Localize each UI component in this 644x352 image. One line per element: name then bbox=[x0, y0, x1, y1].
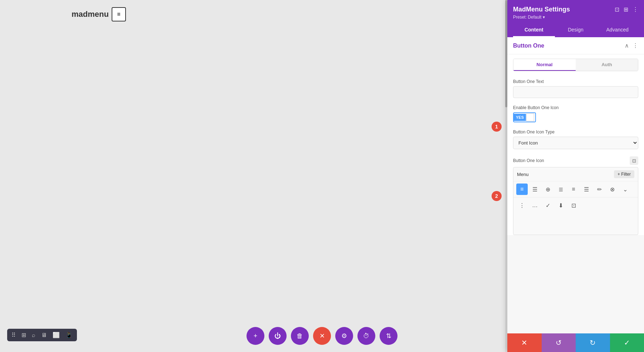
icon-cell-check[interactable]: ✓ bbox=[542, 200, 553, 211]
icon-cell-menu[interactable]: ≡ bbox=[516, 184, 528, 195]
icon-cell-dots-h[interactable]: … bbox=[529, 200, 541, 211]
cancel-icon: ✕ bbox=[521, 338, 527, 347]
icon-type-label: Button One Icon Type bbox=[513, 129, 638, 135]
icon-picker-label: Button One Icon bbox=[513, 158, 544, 163]
search-icon[interactable]: ⌕ bbox=[32, 332, 35, 338]
section-title: Button One bbox=[513, 43, 544, 49]
icon-grid-row-1: ≡ ☰ ⊕ ≣ ≡ ☰ ✏ ⊗ ⌄ bbox=[513, 181, 638, 197]
trash-button[interactable]: 🗑 bbox=[291, 327, 309, 345]
icon-cell-menu2[interactable]: ☰ bbox=[581, 184, 592, 195]
collapse-icon[interactable]: ∧ bbox=[625, 42, 629, 49]
icon-picker-header: Button One Icon ⊡ bbox=[507, 153, 644, 167]
tab-design[interactable]: Design bbox=[555, 23, 597, 37]
footer-undo-button[interactable]: ↺ bbox=[542, 333, 576, 352]
footer-redo-button[interactable]: ↻ bbox=[576, 333, 610, 352]
panel-header-top: MadMenu Settings ⊡ ⊞ ⋮ bbox=[513, 6, 638, 13]
icon-grid-row-2: ⋮ … ✓ ⬇ ⊡ bbox=[513, 197, 638, 213]
redo-icon: ↻ bbox=[590, 338, 596, 347]
undo-icon: ↺ bbox=[556, 338, 562, 347]
inner-tab-normal[interactable]: Normal bbox=[513, 59, 576, 71]
button-text-input[interactable] bbox=[513, 86, 638, 98]
more-icon[interactable]: ⋮ bbox=[633, 6, 638, 13]
history-button[interactable]: ⏱ bbox=[357, 327, 375, 345]
logo-text: madmenu bbox=[72, 10, 109, 19]
fullscreen-icon[interactable]: ⊡ bbox=[615, 6, 619, 13]
section-more-icon[interactable]: ⋮ bbox=[633, 42, 638, 49]
icon-cell-dots-v[interactable]: ⋮ bbox=[516, 200, 528, 211]
icon-cell-list[interactable]: ☰ bbox=[529, 184, 541, 195]
section-header-right: ∧ ⋮ bbox=[625, 42, 638, 49]
grid-icon[interactable]: ⊞ bbox=[21, 332, 26, 338]
toggle-switch[interactable]: YES bbox=[513, 112, 536, 122]
panel-header-icons: ⊡ ⊞ ⋮ bbox=[615, 6, 638, 13]
button-text-field: Button One Text bbox=[507, 75, 644, 102]
icon-cell-edit[interactable]: ✏ bbox=[594, 184, 605, 195]
step-badge-1: 1 bbox=[492, 122, 502, 132]
icon-cell-download[interactable]: ⬇ bbox=[555, 200, 566, 211]
footer-save-button[interactable]: ✓ bbox=[610, 333, 644, 352]
sliders-button[interactable]: ⇅ bbox=[380, 327, 397, 345]
panel-title: MadMenu Settings bbox=[513, 6, 570, 13]
mobile-icon[interactable]: 📱 bbox=[65, 332, 73, 338]
enable-icon-label: Enable Button One Icon bbox=[513, 105, 638, 110]
button-text-label: Button One Text bbox=[513, 79, 638, 84]
icon-cell-plus-circle[interactable]: ⊕ bbox=[542, 184, 553, 195]
panel-body: Button One ∧ ⋮ Normal Auth Button One Te… bbox=[507, 37, 644, 333]
panel-header: MadMenu Settings ⊡ ⊞ ⋮ Preset: Default ▾… bbox=[507, 0, 644, 37]
desktop-icon[interactable]: 🖥 bbox=[41, 332, 47, 338]
toggle-row: YES bbox=[513, 112, 638, 122]
section-header: Button One ∧ ⋮ bbox=[507, 37, 644, 54]
panel-preset[interactable]: Preset: Default ▾ bbox=[513, 15, 638, 20]
toggle-yes-label: YES bbox=[514, 114, 526, 121]
icon-cell-chevron-down[interactable]: ⌄ bbox=[619, 184, 631, 195]
logo-icon: ≡ bbox=[112, 7, 126, 21]
button-one-section: Button One ∧ ⋮ Normal Auth Button One Te… bbox=[507, 37, 644, 235]
icon-picker-search-row: Menu + Filter bbox=[513, 167, 638, 181]
step-badge-2: 2 bbox=[492, 191, 502, 201]
tab-advanced[interactable]: Advanced bbox=[596, 23, 638, 37]
icon-cell-hamburger[interactable]: ≡ bbox=[568, 184, 579, 195]
icon-cell-lines[interactable]: ≣ bbox=[555, 184, 566, 195]
save-check-icon: ✓ bbox=[624, 338, 630, 347]
icon-picker-expand-btn[interactable]: ⊡ bbox=[630, 156, 638, 165]
toggle-knob bbox=[526, 113, 534, 121]
dots-grid-icon[interactable]: ⠿ bbox=[11, 332, 16, 338]
icon-type-field: Button One Icon Type Font Icon Image Ico… bbox=[507, 126, 644, 153]
icon-type-select[interactable]: Font Icon Image Icon SVG Icon bbox=[513, 137, 638, 149]
power-button[interactable]: ⏻ bbox=[269, 327, 287, 345]
tablet-icon[interactable]: ⬜ bbox=[53, 332, 60, 338]
center-buttons: + ⏻ 🗑 ✕ ⚙ ⏱ ⇅ bbox=[247, 327, 397, 345]
settings-panel: MadMenu Settings ⊡ ⊞ ⋮ Preset: Default ▾… bbox=[507, 0, 644, 352]
icon-cell-box[interactable]: ⊡ bbox=[568, 200, 579, 211]
tab-content[interactable]: Content bbox=[513, 23, 555, 37]
filter-button[interactable]: + Filter bbox=[614, 170, 634, 178]
inner-tab-auth[interactable]: Auth bbox=[576, 59, 638, 71]
layout-icon[interactable]: ⊞ bbox=[624, 6, 628, 13]
panel-tabs: Content Design Advanced bbox=[513, 23, 638, 37]
icon-picker-empty-space bbox=[513, 213, 638, 235]
bottom-toolbar: ⠿ ⊞ ⌕ 🖥 ⬜ 📱 bbox=[7, 329, 77, 341]
panel-footer: ✕ ↺ ↻ ✓ bbox=[507, 333, 644, 352]
footer-cancel-button[interactable]: ✕ bbox=[507, 333, 542, 352]
icon-search-text: Menu bbox=[517, 172, 529, 177]
logo-area: madmenu ≡ bbox=[72, 7, 126, 21]
icon-picker-area: Menu + Filter ≡ ☰ ⊕ ≣ ≡ ☰ ✏ ⊗ ⌄ ⋮ bbox=[513, 167, 638, 235]
enable-icon-field: Enable Button One Icon YES bbox=[507, 102, 644, 126]
close-button[interactable]: ✕ bbox=[313, 327, 331, 345]
inner-tabs: Normal Auth bbox=[513, 59, 638, 71]
hamburger-icon: ≡ bbox=[117, 11, 120, 18]
icon-cell-close-circle[interactable]: ⊗ bbox=[606, 184, 618, 195]
settings-button[interactable]: ⚙ bbox=[335, 327, 353, 345]
add-button[interactable]: + bbox=[247, 327, 264, 345]
